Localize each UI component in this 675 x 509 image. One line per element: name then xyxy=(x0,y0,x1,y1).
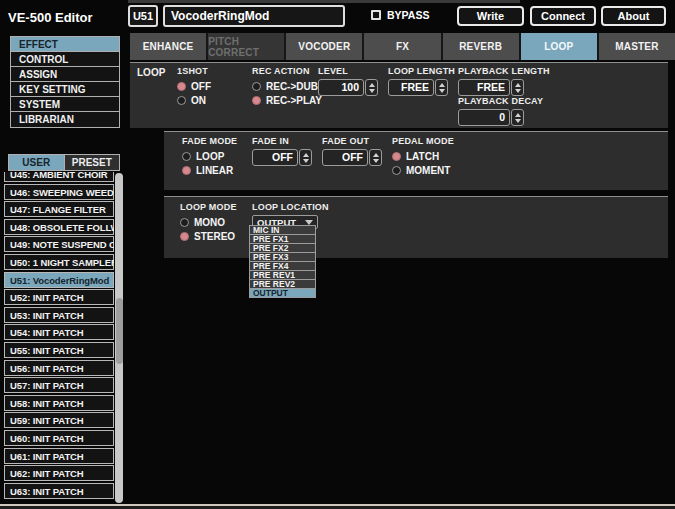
decrement-arrow-icon[interactable] xyxy=(369,89,375,93)
decrement-arrow-icon[interactable] xyxy=(515,119,521,123)
radio-option-off[interactable]: OFF xyxy=(177,79,211,93)
list-item-u52[interactable]: U52: INIT PATCH xyxy=(4,289,114,305)
radio-unselected-icon[interactable] xyxy=(177,96,186,105)
rec-action-group: REC ACTION REC->DUBREC->PLAY xyxy=(252,66,322,107)
list-item-u47[interactable]: U47: FLANGE FILTER xyxy=(4,201,114,217)
increment-arrow-icon[interactable] xyxy=(515,83,521,87)
sidebar-item-control[interactable]: CONTROL xyxy=(11,52,119,67)
list-item-u54[interactable]: U54: INIT PATCH xyxy=(4,324,114,340)
sidebar-item-system[interactable]: SYSTEM xyxy=(11,97,119,112)
playback-decay-spinner[interactable]: 0 xyxy=(458,109,543,126)
list-item-u45[interactable]: U45: AMBIENT CHOIR xyxy=(4,172,114,182)
fade-mode-label: FADE MODE xyxy=(182,136,237,146)
list-item-u61[interactable]: U61: INIT PATCH xyxy=(4,448,114,464)
list-item-u48[interactable]: U48: OBSOLETE FOLLWER xyxy=(4,219,114,235)
level-spinner[interactable]: 100 xyxy=(318,79,378,96)
radio-option-moment[interactable]: MOMENT xyxy=(392,163,454,177)
bank-tab-preset[interactable]: PRESET xyxy=(64,155,120,170)
radio-unselected-icon[interactable] xyxy=(182,152,191,161)
patch-list-scrollbar[interactable] xyxy=(115,173,123,503)
playback-decay-label: PLAYBACK DECAY xyxy=(458,96,543,106)
list-item-u63[interactable]: U63: INIT PATCH xyxy=(4,483,114,499)
radio-option-loop[interactable]: LOOP xyxy=(182,149,237,163)
sidebar-item-effect[interactable]: EFFECT xyxy=(11,37,119,52)
one-shot-group: 1SHOT OFFON xyxy=(177,66,211,107)
patch-name-field[interactable]: VocoderRingMod xyxy=(163,5,345,27)
bypass-control[interactable]: BYPASS xyxy=(371,9,429,21)
sidebar-item-librarian[interactable]: LIBRARIAN xyxy=(11,112,119,127)
radio-option-on[interactable]: ON xyxy=(177,93,211,107)
patch-number-box: U51 xyxy=(128,5,158,27)
playback-length-spinner[interactable]: FREE xyxy=(458,79,550,96)
about-button[interactable]: About xyxy=(601,6,666,26)
list-item-u55[interactable]: U55: INIT PATCH xyxy=(4,342,114,358)
radio-option-latch[interactable]: LATCH xyxy=(392,149,454,163)
playback-decay-value[interactable]: 0 xyxy=(458,109,510,126)
bank-tab-user[interactable]: USER xyxy=(9,155,64,170)
increment-arrow-icon[interactable] xyxy=(369,83,375,87)
decrement-arrow-icon[interactable] xyxy=(373,159,379,163)
dropdown-option-output[interactable]: OUTPUT xyxy=(249,288,316,298)
radio-selected-icon[interactable] xyxy=(177,82,186,91)
radio-option-label: REC->PLAY xyxy=(266,95,322,106)
fade-in-spinner-arrows xyxy=(299,149,312,166)
radio-selected-icon[interactable] xyxy=(392,152,401,161)
loop-length-spinner[interactable]: FREE xyxy=(388,79,455,96)
list-item-u56[interactable]: U56: INIT PATCH xyxy=(4,360,114,376)
increment-arrow-icon[interactable] xyxy=(373,153,379,157)
connect-button[interactable]: Connect xyxy=(530,6,596,26)
list-item-u53[interactable]: U53: INIT PATCH xyxy=(4,307,114,323)
radio-option-linear[interactable]: LINEAR xyxy=(182,163,237,177)
tab-fx[interactable]: FX xyxy=(364,33,440,60)
decrement-arrow-icon[interactable] xyxy=(515,89,521,93)
tab-master[interactable]: MASTER xyxy=(599,33,675,60)
tab-reverb[interactable]: REVERB xyxy=(443,33,519,60)
increment-arrow-icon[interactable] xyxy=(515,113,521,117)
list-item-u51[interactable]: U51: VocoderRingMod xyxy=(4,272,114,288)
radio-option-rec-play[interactable]: REC->PLAY xyxy=(252,93,322,107)
tab-loop[interactable]: LOOP xyxy=(521,33,597,60)
radio-option-label: LOOP xyxy=(196,151,224,162)
radio-selected-icon[interactable] xyxy=(182,166,191,175)
tab-pitch-correct[interactable]: PITCH CORRECT xyxy=(208,33,284,60)
radio-selected-icon[interactable] xyxy=(252,96,261,105)
tab-vocoder[interactable]: VOCODER xyxy=(286,33,362,60)
radio-option-stereo[interactable]: STEREO xyxy=(180,229,237,243)
fade-out-spinner[interactable]: OFF xyxy=(322,149,382,166)
decrement-arrow-icon[interactable] xyxy=(303,159,309,163)
playback-length-value[interactable]: FREE xyxy=(458,79,510,96)
increment-arrow-icon[interactable] xyxy=(303,153,309,157)
scrollbar-thumb[interactable] xyxy=(116,298,123,364)
list-item-u60[interactable]: U60: INIT PATCH xyxy=(4,430,114,446)
list-item-u57[interactable]: U57: INIT PATCH xyxy=(4,377,114,393)
list-item-u62[interactable]: U62: INIT PATCH xyxy=(4,465,114,481)
sidebar-nav-menu: EFFECTCONTROLASSIGNKEY SETTINGSYSTEMLIBR… xyxy=(10,36,120,128)
list-item-u46[interactable]: U46: SWEEPING WEED xyxy=(4,184,114,200)
loop-length-label: LOOP LENGTH xyxy=(388,66,455,76)
list-item-u59[interactable]: U59: INIT PATCH xyxy=(4,412,114,428)
radio-unselected-icon[interactable] xyxy=(180,218,189,227)
level-value[interactable]: 100 xyxy=(318,79,364,96)
radio-option-mono[interactable]: MONO xyxy=(180,215,237,229)
fade-out-value[interactable]: OFF xyxy=(322,149,368,166)
sidebar-item-key-setting[interactable]: KEY SETTING xyxy=(11,82,119,97)
loop-mode-panel: LOOP MODE MONOSTEREO LOOP LOCATION OUTPU… xyxy=(164,196,668,258)
radio-unselected-icon[interactable] xyxy=(392,166,401,175)
list-item-u50[interactable]: U50: 1 NIGHT SAMPLER xyxy=(4,254,114,270)
sidebar-item-assign[interactable]: ASSIGN xyxy=(11,67,119,82)
increment-arrow-icon[interactable] xyxy=(439,83,445,87)
list-item-u58[interactable]: U58: INIT PATCH xyxy=(4,395,114,411)
decrement-arrow-icon[interactable] xyxy=(439,89,445,93)
bypass-checkbox[interactable] xyxy=(371,10,381,20)
fade-in-spinner[interactable]: OFF xyxy=(252,149,312,166)
fade-in-value[interactable]: OFF xyxy=(252,149,298,166)
loop-length-value[interactable]: FREE xyxy=(388,79,434,96)
fade-in-field: FADE IN OFF xyxy=(252,136,312,166)
radio-option-rec-dub[interactable]: REC->DUB xyxy=(252,79,322,93)
write-button[interactable]: Write xyxy=(457,6,524,26)
radio-unselected-icon[interactable] xyxy=(252,82,261,91)
tab-enhance[interactable]: ENHANCE xyxy=(130,33,206,60)
app-title: VE-500 Editor xyxy=(8,10,93,25)
list-item-u49[interactable]: U49: NOTE SUSPEND C xyxy=(4,236,114,252)
radio-selected-icon[interactable] xyxy=(180,232,189,241)
